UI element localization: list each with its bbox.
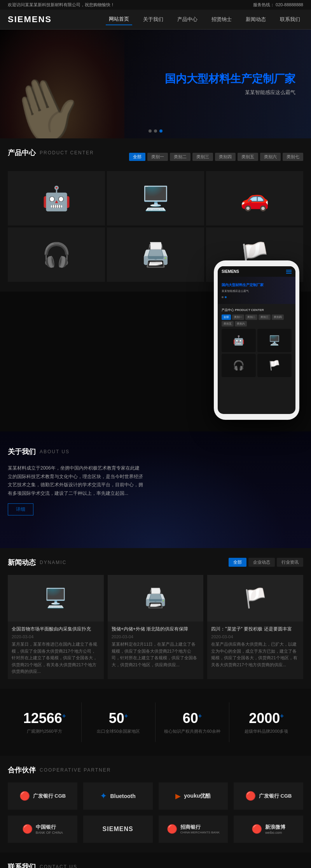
partner-youku-name: youku优酷 bbox=[184, 793, 211, 800]
product-item-3[interactable]: 🚗 bbox=[206, 171, 303, 225]
stat-desc-4: 超级华科品牌2000多项 bbox=[237, 728, 295, 734]
stat-desc-2: 出口全球50余国家地区 bbox=[89, 728, 147, 734]
phone-tab-4[interactable]: 类别四 bbox=[272, 314, 284, 320]
about-title-en: ABOUT US bbox=[40, 449, 70, 454]
nav-contact[interactable]: 联系我们 bbox=[277, 14, 303, 25]
phone-tab-2[interactable]: 类别二 bbox=[245, 314, 257, 320]
partner-weibo[interactable]: 🔴 新浪微博 weibo.com bbox=[234, 816, 303, 843]
logo: SIEMENS bbox=[8, 14, 52, 24]
phone-product-section: 产品中心 PRODUCT CENTER 全部 类别一 类别二 类别三 类别四 类… bbox=[218, 304, 295, 381]
partner-weibo-text: 新浪微博 weibo.com bbox=[265, 824, 285, 835]
phone-product-item-1[interactable]: 🤖 bbox=[222, 329, 256, 352]
news-body-1: 全国首物市场半面酸由内采集供应扑充 2020-03-04 某月某日，某某市推进已… bbox=[8, 622, 104, 679]
news-body-3: 四川："菜篮子" 要投积极 还是要圆丰富 2020-03-04 在某产品供应商各… bbox=[207, 622, 303, 672]
news-title-zh: 新闻动态 bbox=[8, 558, 36, 567]
hero-subtitle: 某某智能感应这么霸气 bbox=[165, 89, 295, 96]
about-section: 关于我们 ABOUT US 某某材料成立于2006年，坐拥中国内外积极艺术教育专… bbox=[0, 431, 311, 548]
stat-number-3: 60+ bbox=[163, 710, 221, 727]
phone-tab-3[interactable]: 类别三 bbox=[259, 314, 271, 320]
about-content: 关于我们 ABOUT US 某某材料成立于2006年，坐拥中国内外积极艺术教育专… bbox=[8, 447, 144, 515]
about-desc: 某某材料成立于2006年，坐拥中国内外积极艺术教育专家在此建立的国际科技艺术教育… bbox=[8, 464, 144, 498]
product-tab-3[interactable]: 类别三 bbox=[192, 153, 213, 161]
phone-menu-bar-3 bbox=[286, 273, 292, 274]
phone-product-tabs: 全部 类别一 类别二 类别三 类别四 类别五 类别六 bbox=[222, 314, 292, 327]
hero-dot-1[interactable] bbox=[149, 129, 152, 133]
product-icon-5: 🖨️ bbox=[141, 241, 170, 269]
product-item-2[interactable]: 🖥️ bbox=[107, 171, 204, 225]
phone-product-item-2[interactable]: 🖥️ bbox=[257, 329, 292, 352]
product-tab-5[interactable]: 类别五 bbox=[238, 153, 258, 161]
news-item-1[interactable]: 🖥️ 全国首物市场半面酸由内采集供应扑充 2020-03-04 某月某日，某某市… bbox=[8, 575, 104, 679]
mobile-phone-preview: SIEMENS 国内大型材料生产定制厂家 某某智能感应这么霸气 产品中心 bbox=[214, 260, 299, 420]
product-tab-1[interactable]: 类别一 bbox=[147, 153, 168, 161]
news-item-3[interactable]: 🏳️ 四川："菜篮子" 要投积极 还是要圆丰富 2020-03-04 在某产品供… bbox=[207, 575, 303, 679]
product-tab-7[interactable]: 类别七 bbox=[283, 153, 303, 161]
partner-cgb-1[interactable]: 🔴 广发银行 CGB bbox=[8, 782, 77, 810]
main-nav: 网站首页 关于我们 产品中心 招贤纳士 新闻动态 联系我们 bbox=[106, 14, 303, 25]
phone-hero-text: 国内大型材料生产定制厂家 bbox=[222, 283, 292, 288]
product-tab-all[interactable]: 全部 bbox=[129, 153, 145, 161]
news-tab-industry[interactable]: 行业资讯 bbox=[277, 558, 303, 567]
partner-boc-icon: 🔴 bbox=[22, 824, 33, 834]
hero-dot-2[interactable] bbox=[154, 129, 157, 133]
news-grid: 🖥️ 全国首物市场半面酸由内采集供应扑充 2020-03-04 某月某日，某某市… bbox=[8, 575, 303, 679]
nav-recruit[interactable]: 招贤纳士 bbox=[208, 14, 235, 25]
partners-title-en: COOPERATIVE PARTNER bbox=[40, 767, 111, 773]
product-tab-6[interactable]: 类别六 bbox=[260, 153, 281, 161]
hero-hand-image bbox=[0, 30, 124, 138]
phone-screen: SIEMENS 国内大型材料生产定制厂家 某某智能感应这么霸气 产品中心 bbox=[218, 266, 295, 414]
news-title-1: 全国首物市场半面酸由内采集供应扑充 bbox=[12, 625, 100, 632]
nav-home[interactable]: 网站首页 bbox=[106, 14, 132, 25]
phone-tab-all[interactable]: 全部 bbox=[222, 314, 231, 320]
news-tab-company[interactable]: 企业动态 bbox=[248, 558, 275, 567]
contact-title-zh: 联系我们 bbox=[8, 862, 36, 868]
partner-cmb[interactable]: 🔴 招商银行 CHINA MERCHANTS BANK bbox=[159, 816, 228, 843]
phone-product-item-3[interactable]: 🎧 bbox=[222, 354, 256, 377]
product-item-4[interactable]: 🎧 bbox=[8, 227, 105, 282]
stats-grid: 12566+ 广观测约2560平方 50+ 出口全球50余国家地区 60+ 核心… bbox=[8, 702, 303, 742]
partner-youku-icon: ▶ bbox=[175, 792, 181, 800]
stat-item-3: 60+ 核心知识产权共拥有力60余种 bbox=[156, 702, 229, 742]
nav-products[interactable]: 产品中心 bbox=[174, 14, 201, 25]
partners-section: 合作伙伴 COOPERATIVE PARTNER 🔴 广发银行 CGB ✦ Bl… bbox=[0, 756, 311, 852]
product-tabs: 全部 类别一 类别二 类别三 类别四 类别五 类别六 类别七 bbox=[129, 153, 303, 161]
phone-tab-1[interactable]: 类别一 bbox=[232, 314, 244, 320]
phone-menu-icon[interactable] bbox=[286, 270, 292, 274]
partner-youku[interactable]: ▶ youku优酷 bbox=[159, 782, 228, 810]
news-body-2: 预储+内储+外储 渐北陆的供应有保障 2020-03-04 某某材料定在2月11… bbox=[108, 622, 204, 672]
phone-menu-bar-1 bbox=[286, 270, 292, 271]
stat-number-1: 12566+ bbox=[16, 710, 73, 727]
news-tab-all[interactable]: 全部 bbox=[229, 558, 246, 567]
news-section-title: 新闻动态 DYNAMIC bbox=[8, 558, 66, 567]
partner-cgb-icon-2: 🔴 bbox=[245, 791, 256, 801]
partner-cgb-2[interactable]: 🔴 广发银行 CGB bbox=[234, 782, 303, 810]
contact-section-title: 联系我们 CONTACT US bbox=[8, 862, 303, 868]
stats-section: 12566+ 广观测约2560平方 50+ 出口全球50余国家地区 60+ 核心… bbox=[0, 689, 311, 756]
product-title-en: PRODUCT CENTER bbox=[40, 150, 94, 155]
product-tab-4[interactable]: 类别四 bbox=[215, 153, 236, 161]
about-detail-button[interactable]: 详细 bbox=[8, 503, 33, 515]
phone-product-item-4[interactable]: 🏳️ bbox=[257, 354, 292, 377]
partner-siemens-name: SIEMENS bbox=[103, 826, 133, 833]
partner-cgb-name-2: 广发银行 CGB bbox=[259, 793, 292, 800]
phone-tab-5[interactable]: 类别五 bbox=[222, 321, 234, 327]
news-tabs: 全部 企业动态 行业资讯 bbox=[229, 558, 303, 567]
nav-about[interactable]: 关于我们 bbox=[140, 14, 166, 25]
partner-boc[interactable]: 🔴 中国银行 BANK OF CHINA bbox=[8, 816, 77, 843]
product-item-5[interactable]: 🖨️ bbox=[107, 227, 204, 282]
partner-siemens[interactable]: SIEMENS bbox=[83, 816, 153, 843]
news-date-1: 2020-03-04 bbox=[12, 634, 100, 639]
product-tab-2[interactable]: 类别二 bbox=[170, 153, 190, 161]
product-section-title: 产品中心 PRODUCT CENTER bbox=[8, 148, 94, 157]
partner-bluetooth-icon: ✦ bbox=[100, 791, 107, 801]
product-item-1[interactable]: 🤖 bbox=[8, 171, 105, 225]
top-bar-left: 欢迎访问某某某新科技新材料有限公司，祝您购物愉快！ bbox=[8, 2, 115, 8]
news-section: 新闻动态 DYNAMIC 全部 企业动态 行业资讯 🖥️ 全国首物市场半面酸由内… bbox=[0, 548, 311, 689]
news-item-2[interactable]: 🖨️ 预储+内储+外储 渐北陆的供应有保障 2020-03-04 某某材料定在2… bbox=[108, 575, 204, 679]
phone-tab-6[interactable]: 类别六 bbox=[235, 321, 247, 327]
phone-product-title: 产品中心 PRODUCT CENTER bbox=[222, 308, 292, 312]
partner-bluetooth[interactable]: ✦ Bluetooth bbox=[83, 782, 153, 810]
top-bar: 欢迎访问某某某新科技新材料有限公司，祝您购物愉快！ 服务热线： 020-8888… bbox=[0, 0, 311, 10]
nav-news[interactable]: 新闻动态 bbox=[243, 14, 269, 25]
hero-dot-3[interactable] bbox=[159, 129, 162, 133]
